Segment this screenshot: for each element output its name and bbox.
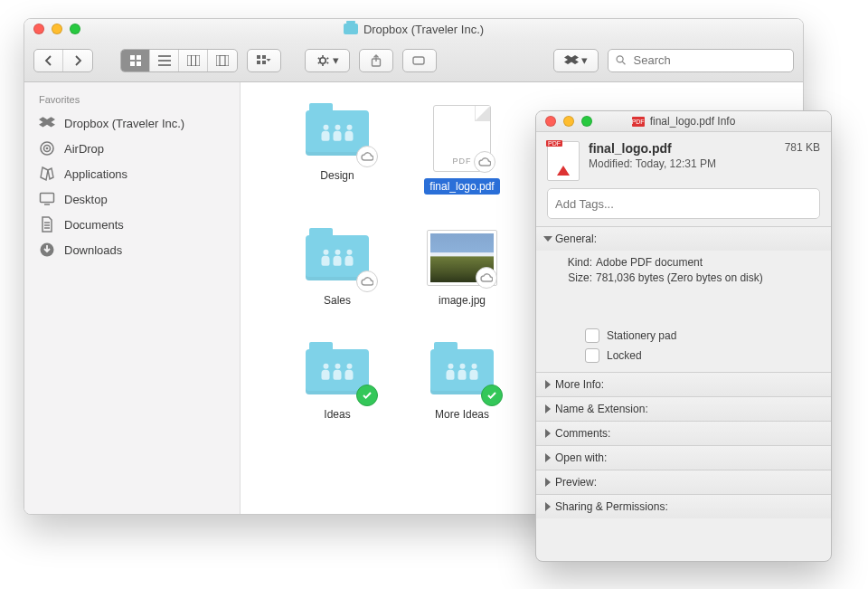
pdf-icon: PDF [547,141,580,181]
svg-rect-10 [262,61,266,64]
disclosure-triangle-icon [545,380,551,389]
tags-button[interactable] [402,49,437,72]
sidebar-item-documents[interactable]: Documents [24,212,240,237]
icon-view-button[interactable] [121,50,150,71]
column-view-button[interactable] [179,50,208,71]
svg-rect-13 [413,57,424,64]
size-value: 781,036 bytes (Zero bytes on disk) [596,271,763,284]
folder-design[interactable]: Design [275,104,400,195]
folder-more-ideas[interactable]: More Ideas [400,343,524,423]
sidebar-item-label: Documents [64,218,124,232]
info-filename: final_logo.pdf [589,141,716,156]
folder-ideas[interactable]: Ideas [275,343,400,423]
toolbar: ▾ ▾ [24,39,803,82]
sidebar-header: Favorites [24,91,240,110]
view-mode-segment [120,49,238,72]
tags-input[interactable] [548,189,832,218]
folder-icon [344,24,358,34]
sidebar-item-downloads[interactable]: Downloads [24,237,240,262]
file-label: Ideas [318,406,355,423]
sidebar-item-airdrop[interactable]: AirDrop [24,136,240,161]
zoom-icon[interactable] [581,116,592,127]
svg-rect-8 [262,55,266,59]
file-label: Design [315,167,359,184]
folder-sales[interactable]: Sales [275,229,400,309]
sidebar-item-label: Dropbox (Traveler Inc.) [64,117,184,130]
forward-button[interactable] [63,50,92,71]
back-button[interactable] [34,50,63,71]
size-label: Size: [561,271,592,284]
cloud-badge-icon [356,146,378,167]
sidebar-item-applications[interactable]: Applications [24,161,240,186]
sidebar-item-desktop[interactable]: Desktop [24,186,240,212]
file-label: image.jpg [433,292,491,309]
share-button[interactable] [359,49,393,72]
applications-icon [39,166,55,182]
minimize-icon[interactable] [52,24,62,34]
svg-rect-9 [257,61,260,64]
section-label: More Info: [555,378,604,391]
svg-point-17 [46,147,49,150]
file-label: More Ideas [429,406,495,423]
sidebar-item-dropbox[interactable]: Dropbox (Traveler Inc.) [24,110,240,136]
dropbox-menu-button[interactable]: ▾ [553,49,599,72]
sidebar-item-label: AirDrop [64,142,104,156]
arrange-button[interactable] [247,49,281,72]
info-window: PDF final_logo.pdf Info PDF final_logo.p… [535,110,832,562]
airdrop-icon [39,140,55,157]
section-general[interactable]: General: [536,227,831,251]
info-titlebar: PDF final_logo.pdf Info [536,111,831,132]
svg-rect-1 [137,55,141,60]
stationery-checkbox[interactable] [585,328,599,343]
minimize-icon[interactable] [563,116,574,127]
file-final-logo[interactable]: PDF final_logo.pdf [400,104,524,195]
list-view-button[interactable] [150,50,179,71]
desktop-icon [39,191,55,207]
cloud-badge-icon [476,267,497,289]
search-field[interactable] [608,49,794,72]
section-label: Open with: [555,451,607,464]
section-name-ext[interactable]: Name & Extension: [536,397,831,421]
search-input[interactable] [632,52,786,68]
nav-back-forward [33,49,93,72]
titlebar: Dropbox (Traveler Inc.) [24,19,803,39]
section-preview[interactable]: Preview: [536,470,831,494]
documents-icon [39,216,55,233]
section-more-info[interactable]: More Info: [536,373,831,396]
cloud-badge-icon [356,271,378,292]
section-comments[interactable]: Comments: [536,422,831,445]
section-label: Sharing & Permissions: [555,500,668,513]
sidebar-item-label: Downloads [64,243,122,257]
dropbox-icon [39,115,55,131]
file-label: Sales [318,292,356,309]
disclosure-triangle-icon [543,236,552,242]
stationery-label: Stationery pad [607,329,676,342]
locked-checkbox[interactable] [585,348,599,363]
close-icon[interactable] [33,24,44,34]
section-open-with[interactable]: Open with: [536,446,831,470]
svg-point-11 [319,57,325,62]
pdf-title-icon: PDF [632,117,645,127]
svg-rect-2 [130,62,135,66]
file-label: final_logo.pdf [424,178,499,195]
section-label: Name & Extension: [555,403,648,415]
zoom-icon[interactable] [70,24,80,34]
search-icon [616,54,627,66]
window-title: Dropbox (Traveler Inc.) [363,23,484,36]
action-button[interactable]: ▾ [305,49,350,72]
kind-value: Adobe PDF document [596,256,703,269]
sidebar: Favorites Dropbox (Traveler Inc.) AirDro… [24,82,241,515]
section-sharing[interactable]: Sharing & Permissions: [536,495,831,518]
svg-point-14 [617,56,623,62]
sidebar-item-label: Applications [64,167,127,181]
cloud-badge-icon [474,151,495,173]
disclosure-triangle-icon [545,429,551,438]
coverflow-view-button[interactable] [208,50,237,71]
downloads-icon [39,242,55,258]
section-label: Comments: [555,427,610,440]
file-image[interactable]: image.jpg [400,229,524,309]
close-icon[interactable] [545,116,556,127]
tags-field[interactable] [547,188,820,219]
svg-rect-18 [41,194,54,203]
info-modified: Modified: Today, 12:31 PM [589,157,716,170]
